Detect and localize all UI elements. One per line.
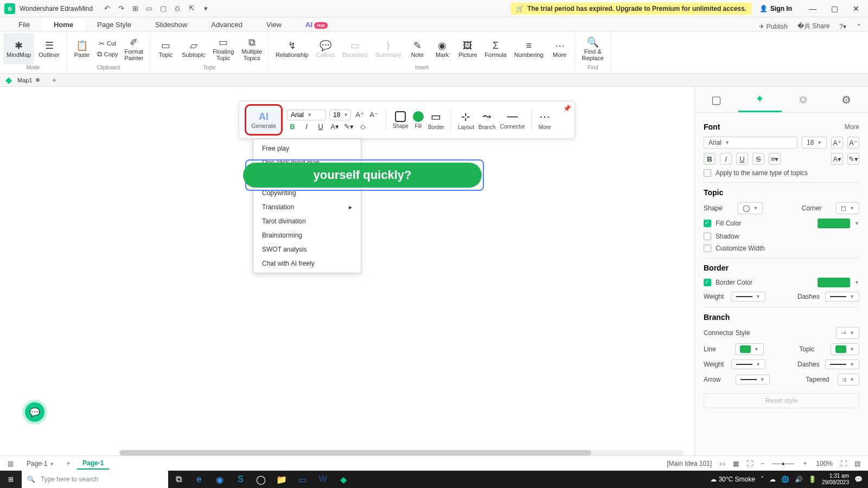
connector-button[interactable]: —Connector [500, 110, 525, 130]
sign-in-button[interactable]: 👤 Sign In [760, 5, 792, 12]
more-insert-button[interactable]: ⋯More [548, 33, 572, 65]
reset-style-button[interactable]: Reset style [704, 393, 859, 408]
qat-more-icon[interactable]: ▾ [201, 4, 210, 13]
publish-button[interactable]: ✈ Publish [759, 23, 788, 30]
skype-icon[interactable]: S [230, 471, 251, 488]
font-more[interactable]: More [845, 123, 859, 131]
redo-icon[interactable]: ↷ [117, 4, 125, 13]
save-icon[interactable]: ▢ [159, 4, 168, 13]
maximize-icon[interactable]: ▢ [827, 4, 842, 13]
tab-file[interactable]: File [7, 18, 42, 31]
layout-button[interactable]: ⊹Layout [458, 110, 474, 130]
menu-swot[interactable]: SWOT analysis [253, 242, 361, 256]
underline-icon[interactable]: U [315, 123, 326, 131]
fill-checkbox[interactable] [704, 220, 711, 227]
topic-button[interactable]: ▭Topic [154, 33, 177, 65]
paste-button[interactable]: 📋Paste [70, 33, 94, 65]
tab-home[interactable]: Home [42, 18, 85, 31]
minimize-icon[interactable]: — [805, 4, 820, 13]
floating-topic-button[interactable]: ▭Floating Topic [209, 33, 237, 65]
more-button[interactable]: ⋯More [539, 110, 551, 130]
word-icon[interactable]: W [312, 471, 333, 488]
connector-style-dropdown[interactable]: ⤙ ▼ [836, 327, 859, 339]
chat-fab[interactable]: 💬 [25, 402, 44, 422]
add-page-button[interactable]: ＋ [65, 459, 72, 468]
canvas[interactable]: 📌 AI Generate Arial▼ 18▼ A⁺ A⁻ B I U A▾ … [0, 87, 694, 459]
edrawmind-icon[interactable]: ◆ [333, 471, 354, 488]
print-icon[interactable]: ⎙ [173, 4, 182, 13]
zoom-value[interactable]: 100% [816, 460, 833, 467]
notifications-icon[interactable]: 💬 [854, 476, 863, 483]
note-button[interactable]: ✎Note [405, 33, 429, 65]
font-decrease-icon[interactable]: A⁻ [368, 111, 379, 119]
doc-tab-map1[interactable]: Map1 [17, 77, 40, 84]
close-icon[interactable]: ✕ [848, 4, 864, 13]
border-color-checkbox[interactable] [704, 279, 711, 286]
mark-button[interactable]: ◉Mark [430, 33, 454, 65]
menu-tarot[interactable]: Tarot divination [253, 214, 361, 228]
chrome-icon[interactable]: ◯ [251, 471, 271, 488]
task-view-icon[interactable]: ⧉ [168, 471, 189, 488]
cut-button[interactable]: ✂Cut [95, 38, 120, 49]
font-color-dropdown[interactable]: A▾ [831, 153, 843, 165]
branch-line-dropdown[interactable]: ▼ [735, 343, 764, 355]
fill-color-chip[interactable] [818, 219, 850, 228]
font-size-select[interactable]: 18▼ [329, 110, 351, 120]
ie-icon[interactable]: e [189, 471, 209, 488]
selected-topic-node[interactable]: yourself quickly? [245, 159, 484, 191]
underline-toggle[interactable]: U [736, 153, 748, 165]
share-button[interactable]: �共 Share [797, 22, 829, 31]
page-tab-1[interactable]: Page-1 ▼ [21, 458, 60, 469]
edge-icon[interactable]: ◉ [209, 471, 230, 488]
network-icon[interactable]: 🌐 [781, 476, 789, 483]
picture-button[interactable]: 🖼Picture [455, 33, 480, 65]
font-grow-icon[interactable]: A⁺ [831, 137, 843, 149]
menu-free-play[interactable]: Free play [253, 142, 361, 156]
multiple-topics-button[interactable]: ⧉Multiple Topics [238, 33, 265, 65]
tab-ai[interactable]: AIHot [293, 18, 340, 31]
font-family-dropdown[interactable]: Arial▼ [704, 137, 797, 149]
boundary-button[interactable]: ▭Boundary [339, 33, 371, 65]
collapse-ribbon-icon[interactable]: ⌃ [856, 23, 861, 30]
copy-button[interactable]: ⧉Copy [95, 49, 120, 60]
fill-button[interactable]: Fill [413, 111, 424, 129]
corner-dropdown[interactable]: ◻ ▼ [836, 202, 859, 214]
border-button[interactable]: ▭Border [428, 110, 444, 130]
page-tab-active[interactable]: Page-1 [77, 458, 109, 470]
volume-icon[interactable]: 🔊 [795, 476, 803, 483]
view-mode-2-icon[interactable]: ▦ [733, 460, 739, 467]
pin-icon[interactable]: 📌 [563, 105, 571, 112]
outline-view-icon[interactable]: ▥ [8, 460, 14, 467]
relationship-button[interactable]: ↯Relationship [272, 33, 312, 65]
tab-slideshow[interactable]: Slideshow [143, 18, 199, 31]
font-shrink-icon[interactable]: A⁻ [847, 137, 859, 149]
panel-tab-icon[interactable]: ☺ [782, 87, 825, 112]
tab-advanced[interactable]: Advanced [199, 18, 254, 31]
tab-view[interactable]: View [254, 18, 293, 31]
start-button[interactable]: ⊞ [0, 471, 22, 488]
view-mode-1-icon[interactable]: ▭ [719, 460, 725, 467]
bold-icon[interactable]: B [287, 123, 298, 131]
branch-weight-dropdown[interactable]: ▼ [731, 359, 765, 369]
format-painter-button[interactable]: ✐Format Painter [121, 33, 146, 65]
branch-tapered-dropdown[interactable]: ⟃ ▼ [838, 374, 859, 386]
apply-same-checkbox[interactable] [704, 169, 711, 177]
callout-button[interactable]: 💬Callout [313, 33, 338, 65]
bold-toggle[interactable]: B [704, 153, 716, 165]
menu-translation[interactable]: Translation▸ [253, 200, 361, 214]
custom-width-checkbox[interactable] [704, 245, 711, 252]
open-icon[interactable]: ▭ [145, 4, 154, 13]
font-size-dropdown[interactable]: 18▼ [802, 137, 827, 149]
onedrive-icon[interactable]: ☁ [769, 476, 776, 483]
zoom-out-icon[interactable]: − [761, 460, 764, 467]
fullscreen-icon[interactable]: ⛶ [840, 460, 847, 467]
font-increase-icon[interactable]: A⁺ [354, 111, 365, 119]
menu-chat-ai[interactable]: Chat with AI freely [253, 256, 361, 271]
panel-tab-settings[interactable]: ⚙ [825, 87, 868, 112]
trial-banner[interactable]: 🛒 The trial period has expired. Upgrade … [510, 3, 752, 15]
subtopic-button[interactable]: ▱Subtopic [178, 33, 208, 65]
horizontal-scrollbar[interactable] [119, 450, 684, 455]
find-replace-button[interactable]: 🔍Find & Replace [579, 33, 607, 65]
weather-widget[interactable]: ☁ 30°C Smoke [710, 476, 755, 483]
strike-toggle[interactable]: S [752, 153, 764, 165]
